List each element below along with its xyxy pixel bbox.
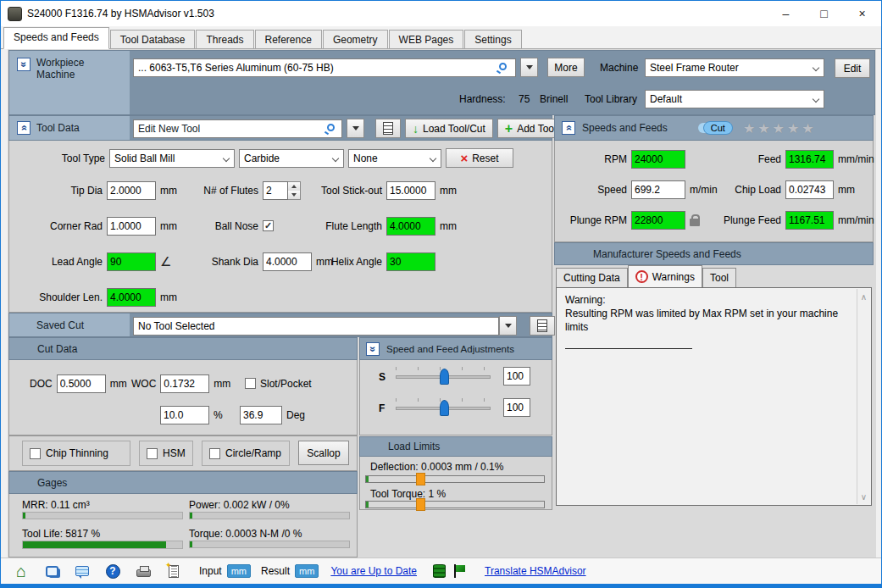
rpm-input[interactable] xyxy=(631,150,685,169)
material-combobox[interactable]: ... 6063-T5,T6 Series Aluminum (60-75 HB… xyxy=(133,58,516,77)
feedback-button[interactable] xyxy=(72,562,92,580)
speed-slider-thumb[interactable] xyxy=(440,369,449,385)
minimize-button[interactable]: – xyxy=(767,1,805,26)
feed-slider[interactable] xyxy=(396,407,491,410)
machine-select[interactable]: Steel Frame Router xyxy=(645,58,824,77)
language-button[interactable] xyxy=(449,562,469,580)
torque-gauge xyxy=(189,541,350,548)
tab-threads[interactable]: Threads xyxy=(196,30,253,48)
feed-slider-thumb[interactable] xyxy=(440,400,449,416)
tab-warnings[interactable]: ! Warnings xyxy=(628,265,702,287)
tab-cutting-data[interactable]: Cutting Data xyxy=(556,268,628,287)
tool-name-combobox[interactable]: Edit New Tool xyxy=(133,119,342,138)
chip-thinning-checkbox[interactable] xyxy=(30,448,41,459)
star-icon[interactable]: ★ xyxy=(773,120,785,136)
flute-length-input[interactable] xyxy=(386,217,435,236)
scroll-down-icon[interactable]: ∨ xyxy=(858,491,869,502)
tab-speeds-and-feeds[interactable]: Speeds and Feeds xyxy=(3,27,109,49)
tool-table-button[interactable] xyxy=(375,119,401,138)
warnings-scrollbar[interactable]: ∧ ∨ xyxy=(857,289,870,504)
collapse-tool-data-button[interactable]: » xyxy=(17,121,31,135)
circle-ramp-checkbox[interactable] xyxy=(209,448,220,459)
cut-badge[interactable]: Cut xyxy=(703,121,733,135)
database-button[interactable] xyxy=(429,562,449,580)
tab-tool-database[interactable]: Tool Database xyxy=(110,30,196,48)
tool-name-dropdown-button[interactable] xyxy=(347,119,364,138)
chip-load-input[interactable] xyxy=(785,180,834,199)
help-button[interactable]: ? xyxy=(103,562,123,580)
collapse-workpiece-button[interactable]: » xyxy=(17,58,31,71)
tab-geometry[interactable]: Geometry xyxy=(323,30,388,48)
load-tool-cut-button[interactable]: ↓Load Tool/Cut xyxy=(405,119,493,138)
tab-settings[interactable]: Settings xyxy=(464,30,521,48)
deflection-slider-thumb[interactable] xyxy=(416,473,425,485)
saved-cut-table-button[interactable] xyxy=(530,316,555,336)
input-units-badge[interactable]: mm xyxy=(227,564,251,578)
speed-adjust-input[interactable] xyxy=(503,367,530,386)
translate-link[interactable]: Translate HSMAdvisor xyxy=(485,565,586,577)
saved-cut-combobox[interactable]: No Tool Selected xyxy=(133,317,499,336)
star-icon[interactable]: ★ xyxy=(743,120,755,136)
plunge-rpm-label: Plunge RPM xyxy=(555,214,627,226)
home-button[interactable]: ⌂ xyxy=(11,562,31,580)
corner-rad-input[interactable] xyxy=(107,217,156,236)
speed-slider[interactable] xyxy=(396,375,491,379)
feed-input[interactable] xyxy=(785,150,834,169)
forum-button[interactable] xyxy=(42,562,62,580)
ball-nose-checkbox[interactable]: ✓ xyxy=(263,220,274,231)
hsm-checkbox[interactable] xyxy=(147,448,158,459)
engagement-angle-input[interactable] xyxy=(240,406,282,424)
star-icon[interactable]: ★ xyxy=(757,120,769,136)
maximize-button[interactable]: □ xyxy=(805,1,843,26)
close-button[interactable]: × xyxy=(843,1,881,26)
woc-percent-input[interactable] xyxy=(160,406,209,424)
rating-stars[interactable]: ★ ★ ★ ★ ★ xyxy=(743,120,814,136)
scallop-button[interactable]: Scallop xyxy=(298,441,349,465)
woc-input[interactable] xyxy=(160,374,209,393)
helix-angle-input[interactable] xyxy=(386,252,435,271)
saved-cut-dropdown-button[interactable] xyxy=(499,316,517,336)
update-status-link[interactable]: You are Up to Date xyxy=(330,565,417,577)
slot-pocket-checkbox[interactable] xyxy=(245,378,256,389)
speed-input[interactable] xyxy=(631,180,685,199)
more-button[interactable]: More xyxy=(547,58,585,77)
scroll-up-icon[interactable]: ∧ xyxy=(858,291,869,302)
feed-adjust-input[interactable] xyxy=(503,398,530,417)
result-units-badge[interactable]: mm xyxy=(295,564,319,578)
shoulder-len-input[interactable] xyxy=(107,288,156,307)
shoulder-len-unit: mm xyxy=(160,291,177,303)
material-value: ... 6063-T5,T6 Series Aluminum (60-75 HB… xyxy=(138,62,334,74)
circle-ramp-group: Circle/Ramp xyxy=(202,441,290,466)
notes-button[interactable] xyxy=(164,562,184,580)
collapse-adjustments-button[interactable]: » xyxy=(366,342,380,356)
tool-torque-slider-thumb[interactable] xyxy=(416,498,425,511)
plunge-rpm-input[interactable] xyxy=(631,211,685,230)
plunge-feed-label: Plunge Feed xyxy=(709,214,781,226)
edit-machine-button[interactable]: Edit xyxy=(835,58,870,78)
tool-coating-select[interactable]: None xyxy=(348,149,441,168)
reset-button[interactable]: ×Reset xyxy=(446,148,513,168)
tab-tool[interactable]: Tool xyxy=(702,268,736,287)
doc-input[interactable] xyxy=(57,374,106,393)
result-units-label: Result xyxy=(261,565,290,577)
plunge-feed-input[interactable] xyxy=(785,211,834,230)
material-dropdown-button[interactable] xyxy=(520,58,538,77)
collapse-speeds-button[interactable]: » xyxy=(562,121,575,135)
lead-angle-input[interactable] xyxy=(107,252,156,271)
star-icon[interactable]: ★ xyxy=(787,120,799,136)
tool-material-select[interactable]: Carbide xyxy=(239,149,344,168)
tool-torque-slider[interactable] xyxy=(365,501,545,508)
tip-dia-input[interactable] xyxy=(107,181,156,200)
tab-reference[interactable]: Reference xyxy=(255,30,322,48)
print-button[interactable] xyxy=(133,562,153,580)
stickout-input[interactable] xyxy=(386,181,435,200)
hsm-label: HSM xyxy=(163,447,186,459)
tool-type-select[interactable]: Solid Ball Mill xyxy=(109,149,235,168)
star-icon[interactable]: ★ xyxy=(802,120,813,136)
tool-library-select[interactable]: Default xyxy=(645,90,824,108)
torque-text: Torque: 0.0003 N-M /0 % xyxy=(189,528,302,540)
flutes-input[interactable] xyxy=(263,181,288,200)
deflection-slider[interactable] xyxy=(365,475,545,483)
hsm-group: HSM xyxy=(139,441,193,466)
tab-web-pages[interactable]: WEB Pages xyxy=(389,30,464,48)
